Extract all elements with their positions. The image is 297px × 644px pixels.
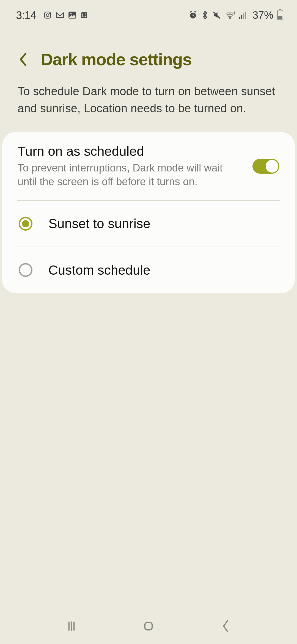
svg-point-9 <box>229 17 231 19</box>
svg-point-2 <box>49 13 50 14</box>
page-title: Dark mode settings <box>41 50 191 69</box>
recents-button[interactable] <box>61 615 82 637</box>
settings-card: Turn on as scheduled To prevent interrup… <box>2 132 295 293</box>
radio-label: Sunset to sunrise <box>48 216 150 231</box>
svg-rect-13 <box>243 13 244 19</box>
battery-icon <box>277 10 283 20</box>
header: Dark mode settings <box>0 25 297 80</box>
turn-on-scheduled-row[interactable]: Turn on as scheduled To prevent interrup… <box>2 132 295 200</box>
turn-on-scheduled-toggle[interactable] <box>252 159 279 174</box>
status-left: 3:14 <box>16 9 88 21</box>
wifi-icon: 6 <box>225 11 235 19</box>
svg-point-1 <box>46 14 49 17</box>
status-right: 6 37% <box>189 9 283 21</box>
alarm-icon <box>189 11 197 20</box>
radio-label: Custom schedule <box>48 263 150 278</box>
android-navbar <box>0 608 297 644</box>
gmail-icon <box>56 12 64 19</box>
turn-on-scheduled-title: Turn on as scheduled <box>18 144 244 159</box>
status-bar: 3:14 6 37% <box>0 0 297 25</box>
radio-sunset-selected[interactable] <box>19 217 32 231</box>
turn-on-scheduled-subtitle: To prevent interruptions, Dark mode will… <box>18 161 238 189</box>
bluetooth-icon <box>201 10 208 20</box>
svg-rect-18 <box>145 623 152 630</box>
mute-icon <box>212 11 221 20</box>
status-time: 3:14 <box>16 9 36 21</box>
back-nav-button[interactable] <box>215 615 237 637</box>
option-custom-schedule[interactable]: Custom schedule <box>2 247 295 293</box>
toggle-knob <box>266 160 278 173</box>
option-sunset-to-sunrise[interactable]: Sunset to sunrise <box>2 201 295 247</box>
home-button[interactable] <box>138 615 160 637</box>
back-button[interactable] <box>16 53 30 66</box>
signal-icon <box>239 11 248 19</box>
instagram-icon <box>43 11 52 19</box>
svg-text:6: 6 <box>234 11 235 15</box>
data-saver-icon <box>80 11 88 19</box>
page-description: To schedule Dark mode to turn on between… <box>0 80 297 132</box>
battery-percent: 37% <box>252 9 273 21</box>
svg-rect-12 <box>241 15 242 19</box>
svg-rect-14 <box>245 12 246 19</box>
radio-custom[interactable] <box>19 263 32 277</box>
svg-point-4 <box>70 13 72 15</box>
photos-icon <box>68 11 76 19</box>
turn-on-scheduled-text: Turn on as scheduled To prevent interrup… <box>18 144 244 189</box>
svg-rect-11 <box>239 17 240 19</box>
